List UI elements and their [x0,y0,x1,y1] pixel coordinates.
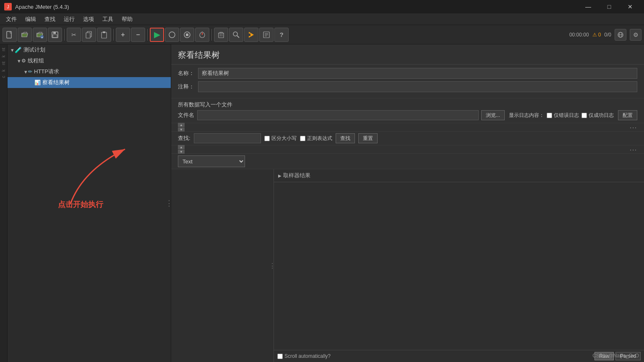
svg-rect-20 [249,34,250,36]
log-display-label: 显示日志内容： [509,112,544,119]
more-options-button-2[interactable]: ··· [630,146,637,153]
menu-options[interactable]: 选项 [79,14,98,25]
toolbar-config-button[interactable]: ⚙ [630,29,641,41]
annotation-text: 点击开始执行 [58,199,103,209]
request-list-panel [171,169,274,362]
svg-rect-12 [186,34,188,36]
more-options-button-1[interactable]: ··· [630,124,637,131]
maximize-button[interactable]: □ [600,0,619,13]
left-strip: nt k nt k c [0,44,8,362]
strip-item-2[interactable]: k [1,54,6,59]
menu-tools[interactable]: 工具 [98,14,117,25]
menu-run[interactable]: 运行 [60,14,79,25]
toolbar-collapse-button[interactable]: − [131,28,145,42]
toolbar-clear-button[interactable] [214,28,228,42]
tree-item-label-http-request: HTTP请求 [34,68,59,75]
elapsed-timer: 00:00:00 [569,32,589,38]
comment-input[interactable] [198,81,637,92]
separator-2 [113,29,114,41]
expand-results-button-2[interactable]: ▲ [178,145,185,149]
menu-edit[interactable]: 编辑 [21,14,40,25]
collapse-results-button[interactable]: ▼ [178,127,185,132]
toolbar-new-button[interactable] [3,28,17,42]
case-sensitive-label: 区分大小写 [264,135,297,142]
toolbar-open-recent-button[interactable]: ★ [33,28,47,42]
result-detail-panel: ▶ 取样器结果 Scroll automatically? Raw Parsed [274,169,644,362]
toolbar-network-button[interactable] [615,29,626,41]
warning-indicator: ⚠ 0 [592,32,601,38]
result-panel-resizer[interactable] [271,169,274,362]
svg-rect-9 [103,31,105,33]
menu-file[interactable]: 文件 [2,14,21,25]
toolbar-help-button[interactable]: ? [274,28,289,42]
toolbar-reset-search-button[interactable] [244,28,258,42]
text-format-select[interactable]: Text RegExp Tester CSS/JQuery Tester XPa… [178,155,245,167]
regex-checkbox[interactable] [300,136,305,141]
minimize-button[interactable]: — [579,0,598,13]
tree-toggle-thread-group[interactable]: ▾ [18,58,21,64]
viewer-content: ▶ 取样器结果 Scroll automatically? Raw Parsed [171,169,644,362]
collapse-results-button-2[interactable]: ▼ [178,150,185,154]
menu-find[interactable]: 查找 [40,14,60,25]
case-sensitive-text: 区分大小写 [271,135,297,142]
content-area: 察看结果树 名称： 注释： 所有数据写入一个文件 文件名 浏览... 显示日志内… [171,44,644,362]
svg-rect-4 [53,32,56,34]
scroll-auto-checkbox[interactable] [277,354,283,359]
name-label: 名称： [178,70,195,77]
success-only-checkbox[interactable] [581,113,587,118]
find-button[interactable]: 查找 [336,133,355,143]
config-button[interactable]: 配置 [618,110,637,120]
tree-item-thread-group[interactable]: ▾ ⚙ 线程组 [8,55,171,66]
menu-help[interactable]: 帮助 [117,14,137,25]
toolbar-search-button[interactable] [229,28,243,42]
search-label: 查找: [178,134,190,142]
toolbar-copy-button[interactable] [82,28,96,42]
tree-toggle-test-plan[interactable]: ▾ [11,47,14,53]
tree-item-result-tree[interactable]: 📊 察看结果树 [8,77,171,88]
comment-row: 注释： [178,81,637,92]
separator-1 [64,29,65,41]
error-only-checkbox[interactable] [547,113,552,118]
expand-results-button[interactable]: ▲ [178,123,185,127]
toolbar-play-no-pause-button[interactable] [165,28,179,42]
separator-3 [147,29,148,41]
file-section-label: 所有数据写入一个文件 [178,101,637,109]
tree-item-label-result-tree: 察看结果树 [42,79,70,86]
search-input[interactable] [194,133,261,143]
warning-count: 0 [598,32,601,38]
tree-toggle-http[interactable]: ▾ [24,69,27,75]
tree-item-http-request[interactable]: ▾ ✏ HTTP请求 [8,66,171,77]
result-tab-header: ▶ 取样器结果 [274,169,644,182]
toolbar-shutdown-button[interactable] [195,28,209,42]
strip-item-3[interactable]: nt [1,60,6,67]
toolbar-stop-button[interactable] [180,28,194,42]
name-input[interactable] [198,68,637,79]
toolbar-paste-button[interactable] [97,28,111,42]
collapse-buttons: ▲ ▼ [178,123,185,132]
tree-item-test-plan[interactable]: ▾ 🧪 测试计划 [8,44,171,55]
svg-point-17 [233,32,237,36]
toolbar-log-button[interactable] [259,28,274,42]
filename-input[interactable] [197,110,479,120]
case-sensitive-checkbox[interactable] [264,136,270,141]
toolbar-play-button[interactable]: ▶ [150,28,164,42]
window-title: Apache JMeter (5.4.3) [15,4,579,10]
sampler-result-label: 取样器结果 [283,172,310,179]
svg-rect-5 [53,35,57,37]
strip-item-4[interactable]: k [1,68,6,73]
error-only-checkbox-label: 仅错误日志 [547,112,579,119]
tree-item-label-thread-group: 线程组 [28,57,44,65]
browse-button[interactable]: 浏览... [481,110,505,120]
close-button[interactable]: ✕ [621,0,640,13]
file-row: 文件名 浏览... 显示日志内容： 仅错误日志 仅成功日志 配置 [178,110,637,120]
sidebar-resizer[interactable] [167,44,171,362]
toolbar-save-button[interactable] [48,28,62,42]
toolbar-cut-button[interactable]: ✂ [67,28,81,42]
toolbar-open-button[interactable] [18,28,32,42]
result-tree-icon: 📊 [34,80,41,85]
reset-button[interactable]: 重置 [358,133,378,143]
strip-item-1[interactable]: nt [1,46,6,53]
toolbar-right: 00:00:00 ⚠ 0 0/0 ⚙ [569,29,641,41]
strip-item-5[interactable]: c [1,74,6,80]
toolbar-expand-button[interactable]: + [116,28,130,42]
